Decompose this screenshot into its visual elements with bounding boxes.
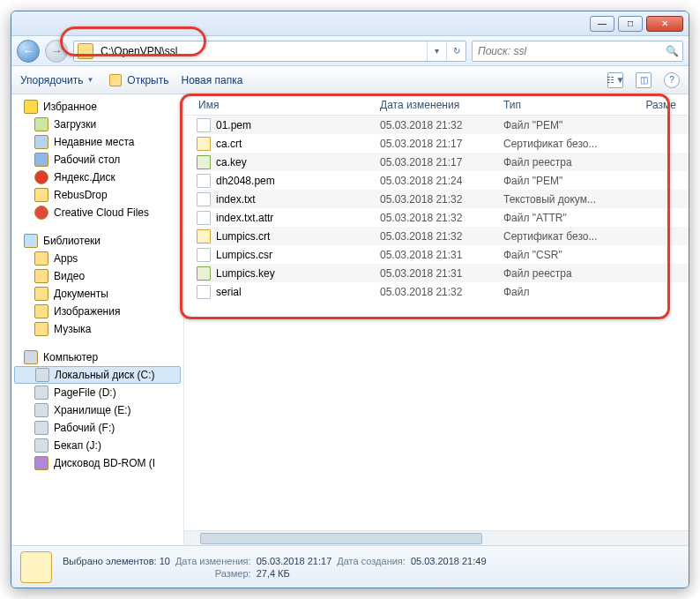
nav-icon: [34, 117, 48, 131]
nav-icon: [34, 206, 48, 220]
file-row[interactable]: index.txt.attr05.03.2018 21:32Файл "ATTR…: [197, 208, 689, 227]
file-icon: [197, 248, 211, 262]
file-row[interactable]: dh2048.pem05.03.2018 21:24Файл "PEM": [197, 171, 689, 190]
nav-item[interactable]: Apps: [11, 250, 183, 267]
status-size-label: Размер:: [175, 568, 251, 579]
file-date: 05.03.2018 21:31: [380, 267, 503, 280]
file-icon: [197, 137, 211, 151]
file-list[interactable]: 01.pem05.03.2018 21:32Файл "PEM"ca.crt05…: [184, 116, 689, 530]
nav-item[interactable]: Локальный диск (C:): [14, 366, 181, 384]
nav-label: Загрузки: [54, 118, 96, 131]
scrollbar-thumb[interactable]: [200, 533, 482, 544]
file-icon: [197, 155, 211, 169]
minimize-button[interactable]: —: [590, 16, 614, 32]
nav-item[interactable]: Документы: [11, 285, 183, 303]
nav-label: Избранное: [43, 101, 97, 113]
nav-item[interactable]: Creative Cloud Files: [11, 204, 183, 221]
nav-icon: [34, 153, 48, 167]
file-pane: Имя Дата изменения Тип Разме 01.pem05.03…: [184, 94, 689, 545]
file-date: 05.03.2018 21:32: [380, 119, 503, 131]
file-row[interactable]: ca.crt05.03.2018 21:17Сертификат безо...: [197, 134, 689, 153]
file-row[interactable]: ca.key05.03.2018 21:17Файл реестра: [197, 153, 689, 171]
nav-label: Недавние места: [54, 136, 134, 148]
nav-label: Компьютер: [43, 351, 98, 363]
nav-icon: [24, 350, 38, 364]
nav-icon: [34, 304, 48, 318]
file-name: serial: [216, 286, 242, 298]
file-icon: [197, 211, 211, 225]
back-button[interactable]: ←: [17, 40, 40, 63]
close-button[interactable]: ✕: [646, 16, 683, 32]
nav-item[interactable]: Рабочий (F:): [11, 419, 183, 437]
nav-item[interactable]: Бекап (J:): [11, 437, 183, 454]
nav-label: Apps: [54, 252, 78, 265]
file-row[interactable]: serial05.03.2018 21:32Файл: [197, 282, 689, 301]
file-date: 05.03.2018 21:31: [380, 249, 503, 261]
file-type: Файл: [503, 286, 636, 298]
view-options-button[interactable]: ☷▼: [607, 72, 623, 88]
nav-item[interactable]: Изображения: [11, 303, 183, 320]
open-button[interactable]: Открыть: [106, 74, 168, 86]
maximize-button[interactable]: □: [618, 16, 643, 32]
nav-label: Музыка: [54, 323, 91, 335]
file-type: Текстовый докум...: [503, 193, 636, 206]
nav-item[interactable]: Дисковод BD-ROM (I: [11, 454, 183, 472]
search-box[interactable]: 🔍: [472, 41, 683, 62]
nav-label: Документы: [54, 288, 108, 300]
new-folder-button[interactable]: Новая папка: [181, 74, 242, 86]
file-row[interactable]: index.txt05.03.2018 21:32Текстовый докум…: [197, 190, 689, 208]
nav-item[interactable]: Яндекс.Диск: [11, 168, 183, 186]
column-date[interactable]: Дата изменения: [380, 99, 503, 111]
file-name: Lumpics.crt: [216, 230, 270, 243]
status-datemod: 05.03.2018 21:17: [257, 556, 332, 566]
file-type: Сертификат безо...: [503, 138, 636, 150]
search-input[interactable]: [476, 44, 662, 58]
nav-item[interactable]: Хранилище (E:): [11, 401, 183, 419]
file-name: Lumpics.csr: [216, 249, 272, 261]
nav-icon: [35, 368, 49, 382]
nav-icon: [34, 170, 48, 184]
nav-item[interactable]: Компьютер: [11, 348, 183, 366]
column-name[interactable]: Имя: [198, 99, 380, 111]
nav-icon: [34, 456, 48, 470]
file-type: Файл "PEM": [503, 175, 636, 187]
nav-item[interactable]: Загрузки: [11, 116, 183, 133]
nav-item[interactable]: Недавние места: [11, 133, 183, 151]
nav-icon: [34, 188, 48, 202]
nav-item[interactable]: Рабочий стол: [11, 151, 183, 168]
column-size[interactable]: Разме: [636, 99, 689, 111]
organize-button[interactable]: Упорядочить▼: [20, 74, 93, 86]
navbar: ← → ▾ ↻ 🔍: [11, 36, 689, 66]
nav-label: Библиотеки: [43, 235, 101, 247]
column-headers[interactable]: Имя Дата изменения Тип Разме: [184, 94, 689, 116]
explorer-window: — □ ✕ ← → ▾ ↻ 🔍 Упорядочить▼ Открыть Нов…: [11, 11, 689, 588]
nav-item[interactable]: RebusDrop: [11, 186, 183, 204]
file-row[interactable]: 01.pem05.03.2018 21:32Файл "PEM": [197, 116, 689, 134]
toolbar: Упорядочить▼ Открыть Новая папка ☷▼ ◫ ?: [11, 66, 689, 94]
nav-item[interactable]: Библиотеки: [11, 232, 183, 250]
file-row[interactable]: Lumpics.crt05.03.2018 21:32Сертификат бе…: [197, 227, 689, 245]
column-type[interactable]: Тип: [503, 99, 636, 111]
nav-icon: [24, 234, 38, 248]
nav-icon: [34, 421, 48, 435]
nav-item[interactable]: Избранное: [11, 98, 183, 116]
nav-item[interactable]: PageFile (D:): [11, 384, 183, 401]
address-dropdown[interactable]: ▾: [427, 41, 446, 61]
horizontal-scrollbar[interactable]: [184, 530, 689, 545]
address-input[interactable]: [95, 41, 427, 61]
preview-pane-button[interactable]: ◫: [636, 72, 652, 88]
file-type: Файл реестра: [503, 267, 636, 280]
nav-item[interactable]: Видео: [11, 267, 183, 285]
file-row[interactable]: Lumpics.csr05.03.2018 21:31Файл "CSR": [197, 245, 689, 264]
file-icon: [197, 192, 211, 206]
file-row[interactable]: Lumpics.key05.03.2018 21:31Файл реестра: [197, 264, 689, 282]
nav-label: Рабочий (F:): [54, 422, 115, 434]
nav-item[interactable]: Музыка: [11, 320, 183, 338]
refresh-button[interactable]: ↻: [446, 41, 465, 61]
navigation-pane[interactable]: ИзбранноеЗагрузкиНедавние местаРабочий с…: [11, 94, 184, 545]
address-bar[interactable]: ▾ ↻: [73, 41, 466, 62]
nav-label: Бекап (J:): [54, 439, 101, 452]
help-button[interactable]: ?: [664, 72, 680, 88]
forward-button[interactable]: →: [45, 40, 68, 63]
file-date: 05.03.2018 21:32: [380, 230, 503, 243]
